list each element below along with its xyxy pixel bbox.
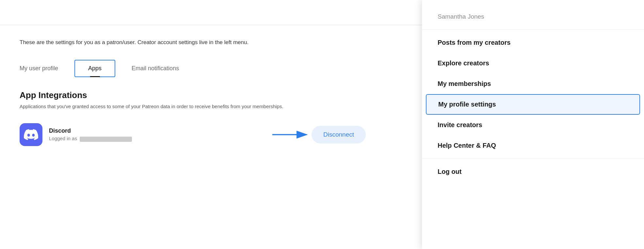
page-description: These are the settings for you as a patr… (20, 38, 398, 47)
discord-icon (20, 123, 42, 146)
discord-logged-in: Logged in as (49, 136, 266, 141)
discord-name: Discord (49, 127, 266, 134)
menu-item-help-center[interactable]: Help Center & FAQ (422, 135, 644, 156)
menu-divider-top (422, 29, 644, 30)
integration-row: Discord Logged in as Disconnect (20, 123, 398, 146)
menu-username: Samantha Jones (422, 9, 644, 27)
disconnect-button[interactable]: Disconnect (312, 126, 366, 143)
menu-item-my-profile-settings[interactable]: My profile settings (426, 94, 640, 115)
section-description: Applications that you've granted access … (20, 103, 398, 110)
tab-apps[interactable]: Apps (74, 60, 115, 77)
tab-my-user-profile[interactable]: My user profile (20, 62, 58, 75)
menu-divider-bottom (422, 158, 644, 159)
discord-username-blurred (80, 137, 132, 142)
integration-info: Discord Logged in as (49, 127, 266, 141)
dropdown-menu: Samantha Jones Posts from my creators Ex… (422, 0, 644, 249)
menu-item-log-out[interactable]: Log out (422, 161, 644, 182)
tabs: My user profile Apps Email notifications (20, 60, 398, 77)
tab-email-notifications[interactable]: Email notifications (132, 62, 179, 75)
menu-item-invite-creators[interactable]: Invite creators (422, 115, 644, 135)
menu-item-explore-creators[interactable]: Explore creators (422, 53, 644, 74)
dropdown-menu-inner: Samantha Jones Posts from my creators Ex… (422, 0, 644, 191)
arrow-icon (272, 126, 312, 143)
menu-item-my-memberships[interactable]: My memberships (422, 74, 644, 94)
main-content: These are the settings for you as a patr… (0, 25, 418, 159)
section-title: App Integrations (20, 90, 398, 100)
menu-item-posts-from-creators[interactable]: Posts from my creators (422, 32, 644, 53)
arrow-disconnect-container: Disconnect (272, 126, 366, 143)
